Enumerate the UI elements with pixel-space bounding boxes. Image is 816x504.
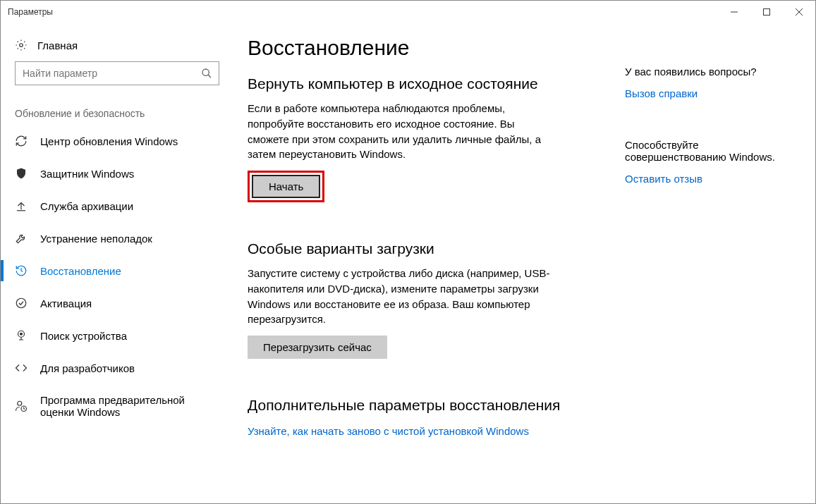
sidebar-item-activation[interactable]: Активация bbox=[1, 287, 233, 319]
reset-highlight-annotation: Начать bbox=[248, 171, 324, 202]
help-heading: У вас появились вопросы? bbox=[625, 66, 801, 78]
main-content: Восстановление Вернуть компьютер в исход… bbox=[233, 23, 618, 503]
upload-icon bbox=[15, 199, 28, 212]
sidebar-item-label: Защитник Windows bbox=[40, 168, 134, 180]
sidebar-item-label: Активация bbox=[40, 297, 92, 309]
wrench-icon bbox=[15, 232, 28, 245]
code-icon bbox=[15, 362, 28, 374]
svg-rect-1 bbox=[764, 9, 770, 16]
person-sync-icon bbox=[15, 400, 28, 412]
history-icon bbox=[15, 264, 28, 277]
check-circle-icon bbox=[15, 297, 28, 309]
sidebar-item-label: Центр обновления Windows bbox=[40, 135, 178, 147]
sidebar-item-insider[interactable]: Программа предварительной оценки Windows bbox=[1, 384, 233, 428]
reset-description: Если в работе компьютера наблюдаются про… bbox=[248, 101, 558, 162]
sidebar-item-label: Восстановление bbox=[40, 265, 121, 277]
sidebar-item-label: Поиск устройства bbox=[40, 330, 127, 342]
location-icon bbox=[15, 329, 28, 342]
close-button[interactable] bbox=[783, 1, 815, 23]
search-icon bbox=[200, 67, 213, 80]
home-label: Главная bbox=[37, 39, 78, 51]
sync-icon bbox=[15, 135, 28, 147]
sidebar-item-label: Устранение неполадок bbox=[40, 233, 152, 245]
window-title: Параметры bbox=[8, 7, 53, 17]
home-link[interactable]: Главная bbox=[1, 39, 233, 61]
svg-point-10 bbox=[18, 401, 22, 405]
sidebar-item-label: Программа предварительной оценки Windows bbox=[40, 394, 217, 418]
svg-point-9 bbox=[20, 333, 23, 335]
sidebar: Главная Обновление и безопасность Центр … bbox=[1, 23, 233, 503]
gear-icon bbox=[15, 39, 28, 51]
sidebar-item-label: Для разработчиков bbox=[40, 362, 135, 374]
sidebar-item-troubleshoot[interactable]: Устранение неполадок bbox=[1, 222, 233, 254]
shield-icon bbox=[15, 167, 28, 180]
sidebar-item-find-device[interactable]: Поиск устройства bbox=[1, 319, 233, 352]
sidebar-item-backup[interactable]: Служба архивации bbox=[1, 190, 233, 222]
give-feedback-link[interactable]: Оставить отзыв bbox=[625, 173, 702, 185]
search-box[interactable] bbox=[15, 61, 219, 85]
clean-install-link[interactable]: Узнайте, как начать заново с чистой уста… bbox=[248, 425, 529, 437]
advanced-startup-description: Запустите систему с устройства либо диск… bbox=[248, 266, 558, 327]
feedback-heading: Способствуйте совершенствованию Windows. bbox=[625, 139, 801, 163]
minimize-button[interactable] bbox=[718, 1, 750, 23]
svg-point-5 bbox=[202, 69, 209, 75]
page-title: Восстановление bbox=[248, 36, 597, 60]
sidebar-item-developers[interactable]: Для разработчиков bbox=[1, 352, 233, 384]
get-help-link[interactable]: Вызов справки bbox=[625, 87, 698, 99]
restart-now-button[interactable]: Перезагрузить сейчас bbox=[248, 336, 387, 359]
advanced-startup-title: Особые варианты загрузки bbox=[248, 240, 597, 257]
sidebar-item-recovery[interactable]: Восстановление bbox=[1, 254, 233, 287]
more-recovery-title: Дополнительные параметры восстановления bbox=[248, 397, 597, 414]
svg-point-4 bbox=[20, 44, 23, 47]
titlebar: Параметры bbox=[1, 1, 815, 23]
sidebar-group-header: Обновление и безопасность bbox=[1, 85, 233, 125]
reset-section-title: Вернуть компьютер в исходное состояние bbox=[248, 75, 597, 92]
sidebar-item-label: Служба архивации bbox=[40, 200, 133, 212]
sidebar-item-windows-update[interactable]: Центр обновления Windows bbox=[1, 125, 233, 157]
search-input[interactable] bbox=[21, 67, 200, 80]
sidebar-item-defender[interactable]: Защитник Windows bbox=[1, 157, 233, 190]
help-panel: У вас появились вопросы? Вызов справки С… bbox=[618, 23, 815, 503]
svg-point-7 bbox=[16, 298, 26, 308]
maximize-button[interactable] bbox=[750, 1, 783, 23]
reset-start-button[interactable]: Начать bbox=[252, 175, 320, 198]
svg-line-6 bbox=[208, 75, 211, 78]
